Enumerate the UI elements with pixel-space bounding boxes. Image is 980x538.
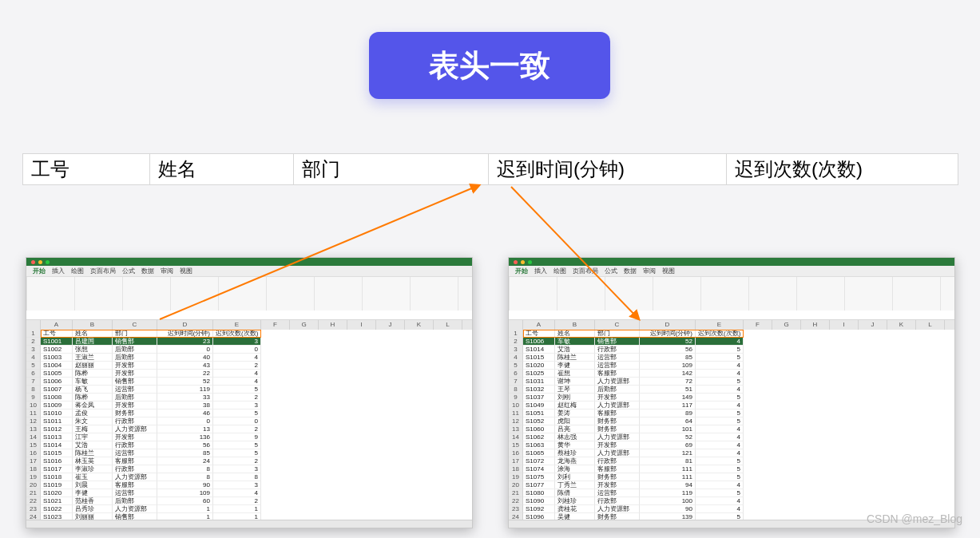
cell[interactable]: S1004 <box>41 362 73 370</box>
cell[interactable]: 56 <box>157 441 213 449</box>
cell[interactable]: 1 <box>157 513 213 520</box>
cell[interactable]: S1051 <box>523 409 555 417</box>
cell[interactable]: 运营部 <box>113 386 157 394</box>
cell[interactable]: 5 <box>696 354 744 362</box>
cell[interactable]: 陈倩 <box>555 489 595 497</box>
table-row[interactable]: 23S1022吕秀珍人力资源部11 <box>26 505 472 513</box>
cell[interactable]: 行政部 <box>113 465 157 473</box>
table-row[interactable]: 13S1012王梅人力资源部132 <box>26 425 472 433</box>
cell[interactable]: 人力资源部 <box>113 473 157 481</box>
cell[interactable]: 虎阳 <box>555 417 595 425</box>
cell[interactable]: 4 <box>696 402 744 409</box>
cell[interactable]: S1017 <box>41 465 73 473</box>
column-header[interactable]: K <box>887 320 916 330</box>
cell[interactable]: 2 <box>213 425 261 433</box>
cell[interactable]: 刘丽丽 <box>73 513 113 520</box>
cell[interactable]: S1009 <box>41 402 73 409</box>
column-header[interactable]: H <box>319 320 347 330</box>
cell[interactable]: 江宇 <box>73 433 113 441</box>
cell[interactable]: 139 <box>640 513 696 520</box>
cell[interactable]: S1025 <box>523 370 555 378</box>
column-header[interactable]: D <box>157 320 213 330</box>
table-row[interactable]: 10S1009蒋金凤开发部383 <box>26 402 472 409</box>
cell[interactable]: 4 <box>696 386 744 394</box>
ribbon-tab[interactable]: 视图 <box>662 267 675 275</box>
ribbon-tabs[interactable]: 开始插入绘图页面布局公式数据审阅视图 <box>509 266 954 277</box>
ribbon-tab[interactable]: 页面布局 <box>573 267 598 275</box>
cell[interactable]: 财务部 <box>595 425 640 433</box>
cell[interactable]: 8 <box>157 465 213 473</box>
table-row[interactable]: 24S1023刘丽丽销售部11 <box>26 513 472 520</box>
cell[interactable]: S1006 <box>41 378 73 386</box>
cell[interactable]: 财务部 <box>113 409 157 417</box>
cell[interactable]: S1077 <box>523 481 555 489</box>
cell[interactable]: 林玉英 <box>73 457 113 465</box>
cell[interactable]: 财务部 <box>595 473 640 481</box>
spreadsheet-grid[interactable]: ABCDEFGHIJKLMNO 1工号姓名部门迟到时间(分钟)迟到次数(次数)2… <box>26 320 472 520</box>
column-header[interactable]: B <box>555 320 595 330</box>
cell[interactable]: 客服部 <box>595 465 640 473</box>
maximize-icon[interactable] <box>528 260 532 264</box>
cell[interactable]: S1018 <box>41 473 73 481</box>
cell[interactable]: 孟俊 <box>73 409 113 417</box>
cell[interactable]: 43 <box>157 362 213 370</box>
cell[interactable]: 5 <box>696 378 744 386</box>
close-icon[interactable] <box>31 260 35 264</box>
cell[interactable]: S1020 <box>523 362 555 370</box>
ribbon-tab[interactable]: 绘图 <box>553 267 566 275</box>
column-header[interactable]: G <box>290 320 319 330</box>
table-row[interactable]: 14S1013江宇开发部1369 <box>26 433 472 441</box>
cell[interactable]: 赵红梅 <box>555 402 595 409</box>
cell[interactable]: 后勤部 <box>595 386 640 394</box>
ribbon-tab[interactable]: 开始 <box>33 267 46 275</box>
cell[interactable]: 5 <box>696 346 744 354</box>
cell[interactable]: 蔡桂珍 <box>555 449 595 457</box>
sheet-header-cell[interactable]: 工号 <box>41 330 73 338</box>
cell[interactable]: 人力资源部 <box>595 402 640 409</box>
cell[interactable]: 艾浩 <box>555 346 595 354</box>
table-row[interactable]: 5S1004赵丽丽开发部432 <box>26 362 472 370</box>
cell[interactable]: 崔玉 <box>73 473 113 481</box>
cell[interactable]: 2 <box>213 394 261 402</box>
cell[interactable]: S1096 <box>523 513 555 520</box>
cell[interactable]: 72 <box>640 378 696 386</box>
cell[interactable]: 销售部 <box>113 378 157 386</box>
table-row[interactable]: 6S1005陈桦开发部224 <box>26 370 472 378</box>
column-header[interactable]: I <box>347 320 376 330</box>
column-header[interactable]: J <box>859 320 887 330</box>
table-row[interactable]: 20S1077丁秀兰开发部944 <box>509 481 954 489</box>
cell[interactable]: 4 <box>696 433 744 441</box>
cell[interactable]: 2 <box>213 457 261 465</box>
cell[interactable]: 4 <box>696 338 744 346</box>
sheet-header-cell[interactable]: 姓名 <box>73 330 113 338</box>
cell[interactable]: 李健 <box>73 489 113 497</box>
cell[interactable]: S1003 <box>41 354 73 362</box>
cell[interactable]: S1060 <box>523 425 555 433</box>
cell[interactable]: 开发部 <box>595 394 640 402</box>
cell[interactable]: 开发部 <box>113 402 157 409</box>
cell[interactable]: 运营部 <box>113 449 157 457</box>
ribbon-tab[interactable]: 插入 <box>534 267 547 275</box>
sheet-header-cell[interactable]: 迟到时间(分钟) <box>157 330 213 338</box>
cell[interactable]: 涂海 <box>555 465 595 473</box>
cell[interactable]: 陈桦 <box>73 394 113 402</box>
table-row[interactable]: 5S1020李健运营部1094 <box>509 362 954 370</box>
cell[interactable]: 4 <box>696 497 744 505</box>
cell[interactable]: 136 <box>157 433 213 441</box>
table-row[interactable]: 16S1065蔡桂珍人力资源部1214 <box>509 449 954 457</box>
column-header[interactable]: A <box>523 320 555 330</box>
table-row[interactable]: 11S1051姜涛客服部895 <box>509 409 954 417</box>
column-header[interactable]: E <box>213 320 261 330</box>
cell[interactable]: 后勤部 <box>113 346 157 354</box>
cell[interactable]: 5 <box>696 394 744 402</box>
sheet-header-cell[interactable]: 工号 <box>523 330 555 338</box>
cell[interactable]: S1006 <box>523 338 555 346</box>
cell[interactable]: S1092 <box>523 505 555 513</box>
cell[interactable]: S1022 <box>41 505 73 513</box>
cell[interactable]: 64 <box>640 417 696 425</box>
cell[interactable]: 52 <box>640 338 696 346</box>
ribbon-toolbar[interactable] <box>509 277 954 311</box>
column-header[interactable]: C <box>113 320 157 330</box>
cell[interactable]: 刘晨 <box>73 481 113 489</box>
cell[interactable]: 2 <box>213 497 261 505</box>
